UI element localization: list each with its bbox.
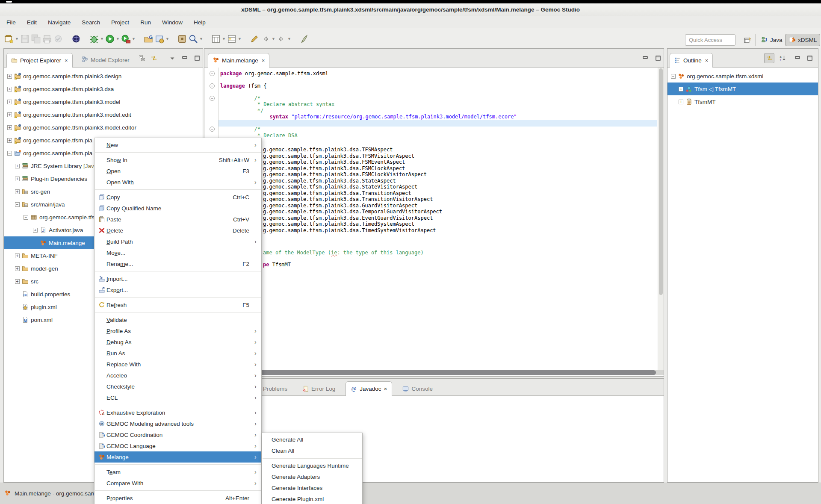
menu-item-compare-with[interactable]: Compare With › [95, 477, 261, 489]
toolbar-back-button[interactable] [260, 33, 271, 44]
menu-item-refresh[interactable]: Refresh F5 [95, 299, 261, 310]
tab-project-explorer[interactable]: Project Explorer × [6, 53, 73, 68]
expand-icon[interactable]: + [15, 177, 20, 181]
tab-console[interactable]: Console [398, 382, 437, 395]
submenu-item-generate-languages-runtime[interactable]: Generate Languages Runtime [262, 460, 362, 472]
chevron-down-icon[interactable]: ▼ [271, 33, 276, 44]
close-icon[interactable]: × [384, 386, 387, 392]
menu-item-checkstyle[interactable]: Checkstyle › [95, 381, 261, 392]
open-perspective-button[interactable] [741, 35, 753, 46]
collapse-all-button[interactable] [137, 53, 147, 63]
tree-item-org-gemoc-sample-tfsm-plaink3-dsa[interactable]: + org.gemoc.sample.tfsm.plaink3.dsa [4, 83, 203, 95]
chevron-down-icon[interactable]: ▼ [237, 33, 242, 44]
link-with-editor-button[interactable] [149, 53, 159, 63]
expand-icon[interactable]: + [679, 100, 683, 104]
menubar-item-window[interactable]: Window [157, 17, 188, 28]
minimize-button[interactable] [792, 53, 803, 63]
expand-icon[interactable]: + [7, 125, 12, 130]
collapse-icon[interactable]: − [7, 151, 12, 156]
editor-vertical-scrollbar[interactable] [658, 68, 664, 370]
perspective-java-button[interactable]: JJava [758, 34, 786, 46]
collapse-icon[interactable]: − [671, 74, 676, 79]
sort-alphabetically-button[interactable]: az [778, 53, 788, 63]
toolbar-new-ecore-button[interactable] [177, 33, 188, 44]
outline-item-tfsmmt[interactable]: + TfsmMT [667, 95, 818, 108]
menu-item-show-in[interactable]: Show In Shift+Alt+W › [95, 154, 261, 165]
maximize-button[interactable] [192, 53, 202, 63]
quick-access-input[interactable] [685, 34, 735, 46]
expand-icon[interactable]: + [15, 189, 20, 194]
menu-item-build-path[interactable]: Build Path › [95, 236, 261, 247]
tab-outline[interactable]: Outline × [670, 53, 713, 68]
chevron-down-icon[interactable]: ▼ [221, 33, 226, 44]
menu-item-exhaustive-exploration[interactable]: S Exhaustive Exploration › [95, 407, 261, 418]
tab-javadoc[interactable]: @ Javadoc × [346, 381, 392, 396]
menu-item-open-with[interactable]: Open With › [95, 177, 261, 188]
minimize-button[interactable] [640, 53, 650, 63]
toolbar-save-button[interactable] [19, 33, 30, 44]
outline-tree[interactable]: − org.gemoc.sample.tfsm.xdsml + Tfsm ◁ T… [667, 68, 818, 482]
code-editor[interactable]: −−−− package org.gemoc.sample.tfsm.xdsml… [204, 68, 664, 376]
menu-item-open[interactable]: Open F3 [95, 165, 261, 177]
menu-item-import[interactable]: Import... [95, 273, 261, 284]
menu-item-export[interactable]: Export... [95, 284, 261, 295]
chevron-down-icon[interactable]: ▼ [115, 33, 120, 44]
toolbar-mark-occurrences-button[interactable] [298, 33, 310, 44]
expand-icon[interactable]: + [679, 87, 683, 91]
expand-icon[interactable]: + [7, 87, 12, 91]
tree-item-org-gemoc-sample-tfsm-plaink3-model-edit[interactable]: + org.gemoc.sample.tfsm.plaink3.model.ed… [4, 108, 203, 121]
toolbar-annotations-button[interactable] [226, 33, 237, 44]
collapse-icon[interactable]: − [15, 202, 20, 207]
expand-icon[interactable]: + [15, 266, 20, 271]
menubar-item-search[interactable]: Search [76, 17, 106, 28]
expand-icon[interactable]: + [15, 279, 20, 284]
chevron-down-icon[interactable]: ▼ [199, 33, 204, 44]
menu-item-new[interactable]: New › [95, 139, 261, 150]
toolbar-update-button[interactable] [53, 33, 64, 44]
menu-item-gemoc-modeling-advanced-tools[interactable]: M GEMOC Modeling advanced tools › [95, 418, 261, 429]
toolbar-search-button[interactable] [188, 33, 199, 44]
tab-error-log[interactable]: Error Log [298, 382, 340, 395]
menu-item-acceleo[interactable]: Acceleo › [95, 370, 261, 381]
expand-icon[interactable]: + [7, 112, 12, 117]
chevron-down-icon[interactable]: ▼ [131, 33, 136, 44]
expand-icon[interactable]: + [7, 100, 12, 104]
menu-item-ecl[interactable]: ECL › [95, 392, 261, 403]
menubar-item-edit[interactable]: Edit [21, 17, 42, 28]
toolbar-new-java-project-button[interactable]: Gr [143, 33, 154, 44]
close-icon[interactable]: × [705, 57, 709, 64]
menu-item-gemoc-coordination[interactable]: GEMOC Coordination › [95, 429, 261, 440]
menu-item-melange[interactable]: Melange › [95, 451, 261, 463]
expand-icon[interactable]: + [7, 74, 12, 79]
menubar-item-file[interactable]: File [1, 17, 21, 28]
menu-item-properties[interactable]: Properties Alt+Enter [95, 492, 261, 504]
tree-item-org-gemoc-sample-tfsm-plaink3-model-editor[interactable]: + org.gemoc.sample.tfsm.plaink3.model.ed… [4, 121, 203, 134]
toolbar-run-button[interactable] [104, 33, 115, 44]
menu-item-run-as[interactable]: Run As › [95, 348, 261, 359]
menu-item-move[interactable]: Move... [95, 247, 261, 258]
fold-collapse-icon[interactable]: − [210, 71, 215, 76]
minimize-button[interactable] [180, 53, 190, 63]
submenu-item-generate-interfaces[interactable]: Generate Interfaces [262, 483, 362, 494]
scrollbar-thumb[interactable] [208, 370, 656, 375]
chevron-down-icon[interactable]: ▼ [15, 33, 19, 44]
fold-collapse-icon[interactable]: − [210, 127, 215, 132]
submenu-item-clean-all[interactable]: Clean All [262, 445, 362, 457]
fold-collapse-icon[interactable]: − [210, 96, 215, 101]
tree-item-org-gemoc-sample-tfsm-plaink3-design[interactable]: + org.gemoc.sample.tfsm.plaink3.design [4, 70, 203, 83]
chevron-down-icon[interactable]: ▼ [100, 33, 104, 44]
toolbar-new-wizard-button[interactable] [3, 33, 15, 44]
perspective-xdsml-button[interactable]: xDSML [785, 34, 820, 46]
chevron-down-icon[interactable]: ▼ [287, 33, 292, 44]
maximize-button[interactable] [805, 53, 815, 63]
toolbar-web-browser-button[interactable] [71, 33, 82, 44]
expand-icon[interactable]: + [15, 253, 20, 258]
menu-item-rename[interactable]: Rename... F2 [95, 258, 261, 269]
menubar-item-project[interactable]: Project [106, 17, 135, 28]
toolbar-forward-button[interactable] [276, 33, 287, 44]
menu-item-paste[interactable]: Paste Ctrl+V [95, 214, 261, 225]
menu-item-validate[interactable]: Validate [95, 314, 261, 325]
toolbar-open-type-button[interactable] [210, 33, 221, 44]
tab-problems[interactable]: Problems [259, 382, 292, 395]
maximize-button[interactable] [653, 53, 663, 63]
